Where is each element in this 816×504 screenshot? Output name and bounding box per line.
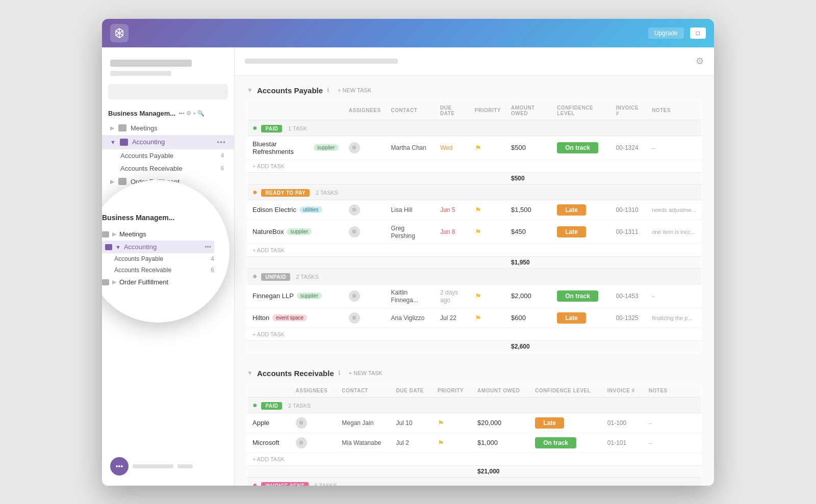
add-task-row-2[interactable]: + ADD TASK: [247, 328, 702, 340]
subtotal-row-1: $1,950: [247, 256, 702, 268]
contact-cell-0-1: Mia Watanabe: [337, 433, 391, 453]
group-count-0: 2 TASKS: [288, 403, 311, 409]
task-name-cell-0-1: Microsoft: [247, 433, 291, 453]
assignee-icon-1-0: ⚙: [349, 204, 360, 216]
workspace-title: Business Managem...: [108, 110, 175, 117]
accounting-more-icon[interactable]: •••: [217, 138, 226, 146]
sidebar: Business Managem... ••• ⚙ + 🔍 ▶ Meetings…: [102, 47, 235, 486]
sidebar-search[interactable]: [108, 84, 228, 99]
amount-cell-0-0: $20,000: [472, 413, 530, 433]
section-toggle-receivable[interactable]: ▼: [247, 369, 253, 377]
sidebar-item-accounts-receivable[interactable]: Accounts Receivable 6: [102, 162, 234, 175]
task-row-2-1[interactable]: Hilton event space ⚙ Ana Viglizzo Jul 22…: [247, 308, 702, 328]
accounts-payable-count: 4: [221, 152, 224, 158]
col-assignees-r: ASSIGNEES: [291, 384, 337, 397]
assignee-cell-0-0: ⚙: [291, 413, 337, 433]
invoice-num-2-1: 00-1325: [616, 314, 639, 322]
zoom-sub-payable-count: 4: [211, 255, 214, 262]
zoom-sub-receivable-count: 6: [211, 267, 214, 274]
settings-icon[interactable]: ⚙: [696, 56, 704, 67]
upgrade-button[interactable]: Upgrade: [648, 28, 684, 39]
app-header: Upgrade □: [102, 19, 714, 47]
confidence-cell-0-0: On track: [552, 136, 610, 160]
group-badge-1: READY TO PAY: [261, 189, 310, 197]
sidebar-item-meetings[interactable]: ▶ Meetings: [102, 121, 234, 135]
contact-cell-1-1: Greg Pershing: [386, 220, 435, 244]
confidence-btn-1-0[interactable]: Late: [557, 204, 586, 216]
task-row-1-0[interactable]: Edison Electric utilities ⚙ Lisa Hill Ju…: [247, 200, 702, 220]
chat-line2: [177, 464, 193, 468]
invoice-cell-0-1: 01-101: [602, 433, 644, 453]
group-row-2: ● UNPAID 2 TASKS: [247, 268, 702, 284]
priority-cell-1-1: ⚑: [470, 220, 506, 244]
sidebar-subtitle-bar: [110, 71, 171, 76]
invoice-cell-1-1: 00-1311: [611, 220, 647, 244]
assignee-cell-2-1: ⚙: [344, 308, 386, 328]
tag-2-1: event space: [272, 314, 307, 321]
col-priority-r: PRIORITY: [432, 384, 472, 397]
confidence-btn-0-1[interactable]: On track: [535, 437, 576, 448]
zoom-meetings-item[interactable]: ▶ Meetings: [102, 228, 214, 241]
sidebar-label-meetings: Meetings: [131, 124, 226, 132]
invoice-num-0-0: 00-1324: [616, 144, 639, 151]
confidence-btn-2-1[interactable]: Late: [557, 312, 586, 324]
task-row-0-0[interactable]: Apple ⚙ Megan Jain Jul 10 ⚑ $20,000: [247, 413, 702, 433]
amount-1-0: $1,500: [511, 206, 531, 214]
task-row-1-1[interactable]: NatureBox supplier ⚙ Greg Pershing Jun 8…: [247, 220, 702, 244]
window-button[interactable]: □: [690, 28, 706, 39]
col-notes-r: NOTES: [644, 384, 702, 397]
add-task-row-0[interactable]: + ADD TASK: [247, 453, 702, 465]
chat-icon[interactable]: •••: [110, 457, 129, 475]
zoom-folder-order-fulfillment: [102, 279, 109, 285]
due-date-cell-0-0: Jul 10: [391, 413, 433, 433]
confidence-btn-1-1[interactable]: Late: [557, 226, 586, 237]
col-amount-owed-r: AMOUNT OWED: [472, 384, 530, 397]
add-task-row-0[interactable]: + ADD TASK: [247, 160, 702, 172]
section-title-payable: Accounts Payable: [257, 86, 323, 95]
notes-text-1-0: needs adjustme...: [652, 207, 696, 213]
accounts-receivable-count: 6: [221, 165, 224, 171]
group-badge-2: UNPAID: [261, 273, 290, 281]
task-row-2-0[interactable]: Finnegan LLP supplier ⚙ Kaitlin Finnega.…: [247, 284, 702, 308]
task-row-0-1[interactable]: Microsoft ⚙ Mia Watanabe Jul 2 ⚑ $1,: [247, 433, 702, 453]
amount-cell-0-1: $1,000: [472, 433, 530, 453]
section-toggle-payable[interactable]: ▼: [247, 87, 253, 94]
contact-cell-0-0: Megan Jain: [337, 413, 391, 433]
zoom-sub-accounts-payable[interactable]: Accounts Payable 4: [102, 253, 214, 264]
receivable-table-header: ASSIGNEES CONTACT DUE DATE PRIORITY AMOU…: [247, 384, 702, 397]
confidence-btn-0-0[interactable]: On track: [557, 142, 598, 153]
new-task-receivable-button[interactable]: + NEW TASK: [345, 369, 387, 377]
col-contact: CONTACT: [386, 101, 435, 120]
task-name-cell-1-0: Edison Electric utilities: [247, 200, 344, 220]
zoom-order-fulfillment-item[interactable]: ▶ Order Fulfillment: [102, 276, 214, 288]
subtotal-row-0: $21,000: [247, 465, 702, 477]
amount-cell-2-0: $2,000: [506, 284, 552, 308]
contact-name-0-1: Mia Watanabe: [342, 439, 381, 446]
zoom-sub-accounts-receivable[interactable]: Accounts Receivable 6: [102, 264, 214, 276]
contact-name-2-1: Ana Viglizzo: [391, 314, 425, 322]
col-notes: NOTES: [647, 101, 701, 120]
amount-0-1: $1,000: [477, 439, 498, 446]
group-badge-1: INVOICE SENT: [261, 482, 309, 486]
section-info-receivable: ℹ: [338, 369, 341, 377]
invoice-num-0-1: 01-101: [607, 439, 626, 446]
section-info-payable: ℹ: [327, 87, 329, 94]
notes-cell-0-0: –: [647, 136, 701, 160]
sidebar-item-accounts-payable[interactable]: Accounts Payable 4: [102, 149, 234, 162]
zoom-accounting-dots[interactable]: •••: [205, 244, 211, 251]
add-task-row-1[interactable]: + ADD TASK: [247, 244, 702, 256]
folder-icon-accounting: [120, 139, 128, 146]
sidebar-item-accounting[interactable]: ▼ Accounting •••: [102, 135, 234, 149]
task-row-0-0[interactable]: Bluestar Refreshments supplier ⚙ Martha …: [247, 136, 702, 160]
amount-0-0: $500: [511, 144, 526, 151]
content-area: ▼ Accounts Payable ℹ + NEW TASK ASSIGNEE…: [235, 76, 714, 486]
zoom-accounting-item[interactable]: ▼ Accounting •••: [102, 241, 214, 253]
new-task-payable-button[interactable]: + NEW TASK: [334, 86, 375, 94]
amount-2-1: $600: [511, 314, 526, 322]
sidebar-label-accounts-payable: Accounts Payable: [120, 152, 221, 160]
browser-frame: Upgrade □ Business Managem... ••• ⚙ + 🔍 …: [102, 19, 714, 486]
confidence-btn-2-0[interactable]: On track: [557, 290, 598, 302]
confidence-btn-0-0[interactable]: Late: [535, 417, 564, 429]
workspace-actions: ••• ⚙ + 🔍: [178, 110, 205, 117]
section-header-payable: ▼ Accounts Payable ℹ + NEW TASK: [247, 86, 702, 95]
